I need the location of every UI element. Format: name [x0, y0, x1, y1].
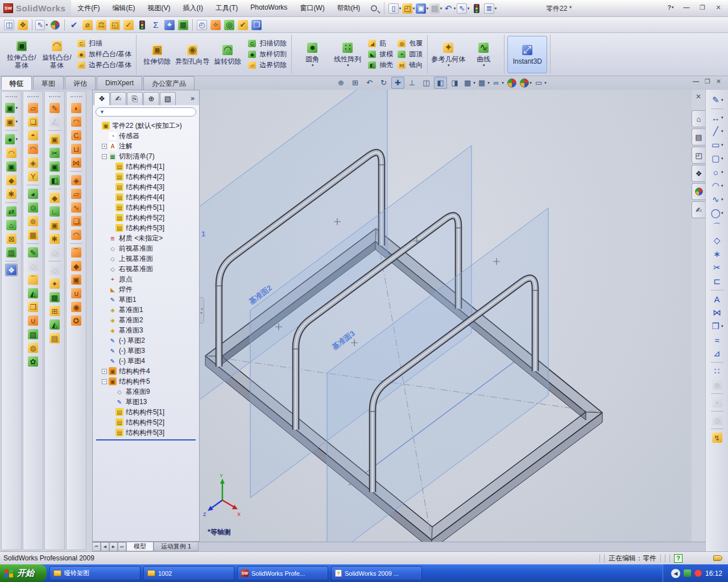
- tree-node-草图13[interactable]: ✎草图13: [95, 397, 199, 407]
- tool-icon[interactable]: ◉: [70, 301, 82, 313]
- tool-icon[interactable]: ⊔: [70, 143, 82, 155]
- mirror-entities-button[interactable]: ⋈: [711, 306, 723, 319]
- tab-DimXpert[interactable]: DimXpert: [97, 76, 142, 90]
- ribbon-button[interactable]: ●圆角▾: [295, 36, 330, 73]
- tree-node-(-) 草图3[interactable]: ✎(-) 草图3: [95, 346, 199, 356]
- apply-scene-button[interactable]: ▾: [519, 77, 532, 89]
- toggle-panes-button[interactable]: ◫: [3, 19, 15, 31]
- dropdown-arrow-icon[interactable]: ▾: [468, 6, 470, 11]
- dropdown-arrow-icon[interactable]: ▾: [454, 6, 456, 11]
- tray-chevron-icon[interactable]: ◀: [671, 569, 680, 578]
- tree-node-结构构件4[interactable]: +▣结构构件4: [95, 366, 199, 376]
- dropdown-arrow-icon[interactable]: ▾: [312, 63, 314, 68]
- render-ball-button[interactable]: [49, 19, 61, 31]
- menu-item-5[interactable]: PhotoWorks: [244, 1, 293, 15]
- new-document-button[interactable]: ▯▾: [388, 2, 401, 15]
- design-checker-button[interactable]: [136, 19, 148, 31]
- rectangle-button[interactable]: ▭▾: [711, 139, 723, 151]
- tool-icon[interactable]: ❏: [27, 115, 39, 128]
- tool-icon[interactable]: ◆: [70, 260, 82, 272]
- tool-icon[interactable]: ▧: [27, 328, 39, 340]
- featuremanager-tab[interactable]: ❖: [94, 92, 110, 105]
- dropdown-arrow-icon[interactable]: ▾: [483, 63, 485, 68]
- tree-node-注解[interactable]: +A注解: [95, 141, 199, 151]
- tree-node-(-) 草图2[interactable]: ✎(-) 草图2: [95, 335, 199, 346]
- compare-button[interactable]: ❒: [250, 19, 263, 31]
- search-icon[interactable]: [371, 5, 377, 11]
- tree-node-基准面3[interactable]: ◈基准面3: [95, 325, 199, 335]
- menu-item-7[interactable]: 帮助(H): [331, 1, 367, 15]
- pan-button[interactable]: ✚: [391, 77, 404, 89]
- dropdown-arrow-icon[interactable]: ▾: [721, 197, 723, 202]
- expand-icon[interactable]: +: [102, 369, 107, 374]
- statistics-button[interactable]: ▦: [177, 19, 189, 31]
- verify-button[interactable]: ✔: [237, 19, 249, 31]
- menu-item-4[interactable]: 工具(T): [209, 1, 244, 15]
- block-button[interactable]: ↯: [711, 431, 723, 444]
- line-button[interactable]: ╱▾: [711, 125, 723, 138]
- tool-icon[interactable]: ⋈: [70, 156, 82, 169]
- dropdown-arrow-icon[interactable]: ▾: [721, 184, 723, 188]
- tool-icon[interactable]: ▥: [5, 246, 18, 259]
- tool-icon[interactable]: ⌒: [27, 273, 39, 286]
- dropdown-arrow-icon[interactable]: ▾: [440, 6, 442, 11]
- slot-button[interactable]: ▢▾: [711, 152, 723, 165]
- panel-splitter-handle[interactable]: ◂▸: [200, 297, 204, 323]
- sketch-text-button[interactable]: A: [711, 293, 723, 305]
- custom-properties-tab[interactable]: ✍: [692, 201, 705, 218]
- menu-item-1[interactable]: 编辑(E): [106, 1, 142, 15]
- undo-button[interactable]: ↶▾: [443, 2, 456, 15]
- quick-tips-icon[interactable]: ?: [674, 554, 682, 563]
- deviation-analysis-button[interactable]: ✦: [163, 19, 176, 31]
- tree-node-结构构件5[1][interactable]: ▤结构构件5[1]: [95, 202, 199, 213]
- dropdown-arrow-icon[interactable]: ▾: [721, 115, 723, 120]
- circle-button[interactable]: ○▾: [711, 166, 723, 178]
- tree-node-结构构件5[3][interactable]: ▤结构构件5[3]: [95, 223, 199, 233]
- ribbon-button[interactable]: ∿曲线▾: [466, 36, 501, 73]
- measure-button[interactable]: ⌀: [81, 19, 94, 31]
- hide-show-items-button[interactable]: ∞▾: [491, 77, 504, 89]
- dropdown-arrow-icon[interactable]: ▾: [15, 137, 18, 142]
- tab-模型[interactable]: 模型: [126, 542, 154, 551]
- restore-button[interactable]: ❐: [696, 2, 709, 13]
- tree-node-结构构件4[4][interactable]: ▤结构构件4[4]: [95, 192, 199, 202]
- view-palette-tab[interactable]: ❖: [692, 165, 705, 182]
- convert-entities-button[interactable]: ⊏: [711, 275, 723, 288]
- dropdown-arrow-icon[interactable]: ▾: [530, 81, 532, 85]
- tool-icon[interactable]: ▦: [27, 228, 39, 241]
- dropdown-arrow-icon[interactable]: ▾: [495, 6, 497, 11]
- tool-icon[interactable]: ▣: [70, 273, 82, 286]
- tool-icon[interactable]: ⌒: [70, 246, 82, 259]
- tree-filter-input[interactable]: ▼: [96, 107, 196, 117]
- tool-icon[interactable]: ✦: [48, 277, 61, 290]
- tool-icon[interactable]: ⊙: [27, 201, 39, 214]
- tree-node-切割清单(7)[interactable]: −▦切割清单(7): [95, 151, 199, 161]
- tree-node-(-) 草图4[interactable]: ✎(-) 草图4: [95, 356, 199, 366]
- tray-app-icon[interactable]: [684, 569, 691, 577]
- expand-icon[interactable]: +: [102, 144, 107, 149]
- tool-icon[interactable]: ❒: [27, 301, 39, 313]
- section-view-button[interactable]: ◫: [420, 77, 433, 89]
- tool-icon[interactable]: ⇄: [5, 205, 18, 218]
- display-style-button[interactable]: ◨: [448, 77, 461, 89]
- tree-node-上视基准面[interactable]: ◇上视基准面: [95, 253, 199, 264]
- propertymanager-tab[interactable]: ✍: [110, 92, 126, 105]
- tool-icon[interactable]: ✿: [27, 355, 39, 368]
- tool-icon[interactable]: ▱: [27, 102, 39, 114]
- doc-close-button[interactable]: ✕: [716, 78, 721, 85]
- tool-icon[interactable]: ▤: [48, 332, 61, 344]
- sheet-nav-button-3[interactable]: ⏭: [118, 542, 126, 551]
- edit-scene-button[interactable]: ▩▾: [462, 77, 475, 89]
- mass-properties-button[interactable]: ⚖: [95, 19, 107, 31]
- tag-icon[interactable]: [713, 555, 722, 561]
- tool-icon[interactable]: ◍: [27, 342, 39, 354]
- tree-node-结构构件5[2][interactable]: ▤结构构件5[2]: [95, 213, 199, 223]
- ribbon-button[interactable]: ◆放样切割: [245, 49, 288, 60]
- tool-icon[interactable]: ▣: [48, 133, 61, 146]
- dropdown-arrow-icon[interactable]: ▾: [502, 81, 504, 85]
- photoworks-button[interactable]: ✧: [209, 19, 222, 31]
- open-document-button[interactable]: ◰▾: [402, 2, 415, 15]
- trim-entities-button[interactable]: ✂: [711, 261, 723, 274]
- tool-icon[interactable]: ✂: [48, 147, 61, 159]
- start-button[interactable]: 开始: [0, 564, 47, 582]
